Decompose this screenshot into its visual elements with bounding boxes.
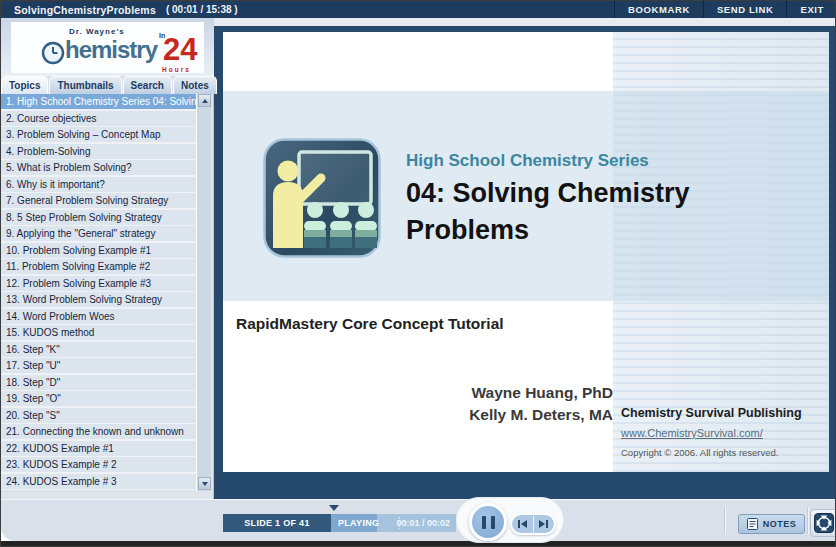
presentation-player-window: SolvingChemistryProblems ( 00:01 / 15:38… bbox=[0, 0, 836, 547]
topic-label: 24. KUDOS Example # 3 bbox=[6, 476, 117, 487]
publisher-link[interactable]: www.ChemistrySurvival.com/ bbox=[621, 427, 821, 439]
next-slide-button[interactable] bbox=[534, 515, 555, 533]
topic-list-item[interactable]: 25. bbox=[1, 490, 196, 491]
topic-list-item[interactable]: 13. Word Problem Solving Strategy bbox=[1, 292, 196, 307]
scroll-up-button[interactable] bbox=[198, 94, 211, 107]
topic-label: 19. Step "O" bbox=[6, 393, 61, 404]
topic-label: 22. KUDOS Example #1 bbox=[6, 443, 114, 454]
topic-list-item[interactable]: 20. Step "S" bbox=[1, 408, 196, 423]
slide-time: 00:01 / 00:02 bbox=[396, 514, 450, 532]
presentation-title: SolvingChemistryProblems bbox=[14, 4, 156, 16]
tab-label: Thumbnails bbox=[57, 80, 113, 91]
topic-list-item[interactable]: 18. Step "D" bbox=[1, 375, 196, 390]
notes-icon bbox=[747, 518, 758, 530]
topic-label: 1. High School Chemistry Series 04: Solv… bbox=[6, 96, 196, 107]
slide-counter: SLIDE 1 OF 41 bbox=[223, 514, 331, 532]
topic-list: 1. High School Chemistry Series 04: Solv… bbox=[1, 94, 196, 491]
step-back-icon bbox=[517, 519, 528, 529]
topic-label: 20. Step "S" bbox=[6, 410, 60, 421]
topic-list-item[interactable]: 17. Step "U" bbox=[1, 358, 196, 373]
playback-bar: SLIDE 1 OF 41 PLAYING 00:01 / 00:02 bbox=[1, 499, 836, 541]
tab-label: Notes bbox=[181, 80, 209, 91]
top-bar-action-button[interactable]: SEND LINK bbox=[703, 1, 787, 18]
topic-label: 14. Word Problem Woes bbox=[6, 311, 115, 322]
sidebar-tab[interactable]: Notes bbox=[173, 76, 217, 94]
topic-list-item[interactable]: 6. Why is it important? bbox=[1, 177, 196, 192]
seek-marker-icon[interactable] bbox=[329, 505, 339, 511]
fullscreen-toggle-icon bbox=[814, 513, 834, 533]
topic-list-item[interactable]: 16. Step "K" bbox=[1, 342, 196, 357]
series-label: High School Chemistry Series bbox=[406, 151, 746, 170]
author-name: Wayne Huang, PhD bbox=[469, 382, 613, 404]
topic-label: 10. Problem Solving Example #1 bbox=[6, 245, 151, 256]
copyright-text: Copyright © 2006. All rights reserved. bbox=[621, 447, 821, 458]
window-bottom-strip bbox=[1, 541, 836, 547]
sidebar-tab[interactable]: Thumbnails bbox=[49, 76, 121, 94]
pause-icon bbox=[482, 516, 486, 529]
slide-tagline: RapidMastery Core Concept Tutorial bbox=[236, 315, 504, 333]
topic-label: 18. Step "D" bbox=[6, 377, 60, 388]
topic-list-scrollbar[interactable] bbox=[196, 94, 211, 491]
sidebar-tab[interactable]: Topics bbox=[1, 76, 48, 94]
topic-list-item[interactable]: 21. Connecting the known and unknown bbox=[1, 424, 196, 439]
scroll-down-icon bbox=[202, 482, 208, 486]
presentation-elapsed-time: ( 00:01 / 15:38 ) bbox=[166, 4, 238, 15]
notes-button[interactable]: NOTES bbox=[738, 514, 805, 534]
topic-list-item[interactable]: 8. 5 Step Problem Solving Strategy bbox=[1, 210, 196, 225]
topic-list-item[interactable]: 12. Problem Solving Example #3 bbox=[1, 276, 196, 291]
topic-label: 7. General Problem Solving Strategy bbox=[6, 195, 168, 206]
sidebar-tab[interactable]: Search bbox=[123, 76, 172, 94]
topic-label: 16. Step "K" bbox=[6, 344, 60, 355]
clock-icon bbox=[41, 41, 65, 65]
topic-label: 9. Applying the "General" strategy bbox=[6, 228, 155, 239]
bar-divider bbox=[807, 507, 809, 534]
topic-list-item[interactable]: 24. KUDOS Example # 3 bbox=[1, 474, 196, 489]
topic-list-item[interactable]: 9. Applying the "General" strategy bbox=[1, 226, 196, 241]
top-bar-action-button[interactable]: EXIT bbox=[786, 1, 836, 18]
publisher-name: Chemistry Survival Publishing bbox=[621, 406, 821, 420]
logo-hours: Hours bbox=[162, 66, 191, 73]
topic-list-item[interactable]: 7. General Problem Solving Strategy bbox=[1, 193, 196, 208]
author-name: Kelly M. Deters, MA bbox=[469, 404, 613, 426]
topic-list-item[interactable]: 19. Step "O" bbox=[1, 391, 196, 406]
topic-list-item[interactable]: 23. KUDOS Example # 2 bbox=[1, 457, 196, 472]
notes-button-label: NOTES bbox=[763, 519, 797, 529]
seek-bar[interactable]: SLIDE 1 OF 41 PLAYING 00:01 / 00:02 bbox=[223, 514, 456, 532]
logo-wordmark: hemistry bbox=[65, 35, 157, 65]
slide-authors: Wayne Huang, PhDKelly M. Deters, MA bbox=[469, 382, 613, 426]
topic-list-item[interactable]: 5. What is Problem Solving? bbox=[1, 160, 196, 175]
previous-slide-button[interactable] bbox=[512, 515, 534, 533]
scroll-down-button[interactable] bbox=[198, 477, 211, 490]
topic-list-item[interactable]: 11. Problem Solving Example #2 bbox=[1, 259, 196, 274]
topic-list-item[interactable]: 1. High School Chemistry Series 04: Solv… bbox=[1, 94, 196, 109]
topic-list-item[interactable]: 22. KUDOS Example #1 bbox=[1, 441, 196, 456]
pause-button[interactable] bbox=[469, 503, 507, 541]
topic-label: 3. Problem Solving – Concept Map bbox=[6, 129, 161, 140]
topic-label: 6. Why is it important? bbox=[6, 179, 105, 190]
progress-track[interactable]: PLAYING 00:01 / 00:02 bbox=[331, 514, 456, 532]
sidebar-tab-bar: TopicsThumbnailsSearchNotes bbox=[1, 76, 214, 94]
top-bar-actions: BOOKMARKSEND LINKEXIT bbox=[614, 1, 836, 18]
topic-label: 13. Word Problem Solving Strategy bbox=[6, 294, 162, 305]
topic-label: 23. KUDOS Example # 2 bbox=[6, 459, 117, 470]
tab-label: Topics bbox=[9, 80, 40, 91]
topic-label: 17. Step "U" bbox=[6, 360, 60, 371]
topic-list-item[interactable]: 14. Word Problem Woes bbox=[1, 309, 196, 324]
publisher-block: Chemistry Survival Publishing www.Chemis… bbox=[621, 406, 821, 458]
stage-top-strip bbox=[214, 18, 836, 26]
top-bar-action-button[interactable]: BOOKMARK bbox=[614, 1, 703, 18]
topic-label: 12. Problem Solving Example #3 bbox=[6, 278, 151, 289]
topic-list-item[interactable]: 3. Problem Solving – Concept Map bbox=[1, 127, 196, 142]
presenter-classroom-icon bbox=[263, 138, 381, 258]
slide-title-block: High School Chemistry Series 04: Solving… bbox=[406, 151, 746, 249]
topic-list-item[interactable]: 4. Problem-Solving bbox=[1, 144, 196, 159]
topic-list-item[interactable]: 15. KUDOS method bbox=[1, 325, 196, 340]
step-controls bbox=[510, 513, 556, 535]
slide-canvas: High School Chemistry Series 04: Solving… bbox=[223, 32, 829, 472]
logo-area: Dr. Wayne's hemistry In 24 Hours bbox=[1, 18, 214, 76]
topic-list-item[interactable]: 10. Problem Solving Example #1 bbox=[1, 243, 196, 258]
topic-list-item[interactable]: 2. Course objectives bbox=[1, 111, 196, 126]
topic-label: 4. Problem-Solving bbox=[6, 146, 90, 157]
view-toggle-button[interactable] bbox=[810, 509, 836, 537]
top-bar: SolvingChemistryProblems ( 00:01 / 15:38… bbox=[1, 1, 836, 18]
